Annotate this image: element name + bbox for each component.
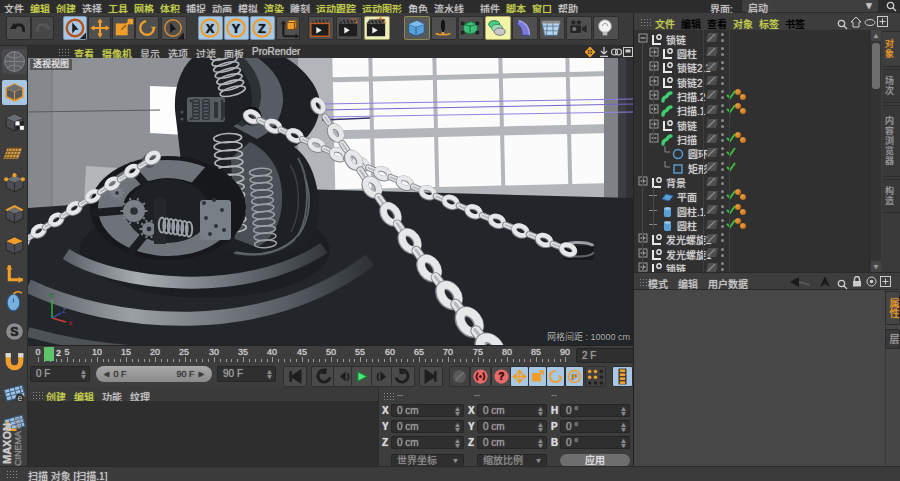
svg-text:S: S bbox=[10, 325, 18, 339]
svg-text:Y: Y bbox=[232, 21, 241, 36]
svg-text:?: ? bbox=[498, 371, 504, 382]
svg-text:P: P bbox=[572, 372, 578, 382]
svg-text:X: X bbox=[206, 21, 215, 36]
svg-text:e: e bbox=[17, 393, 22, 403]
svg-text:Y: Y bbox=[49, 292, 54, 299]
svg-text:Z: Z bbox=[258, 21, 266, 36]
svg-text:X: X bbox=[68, 320, 73, 327]
svg-text:网格间距 : 10000 cm: 网格间距 : 10000 cm bbox=[547, 331, 630, 342]
svg-text:Z: Z bbox=[62, 307, 67, 314]
